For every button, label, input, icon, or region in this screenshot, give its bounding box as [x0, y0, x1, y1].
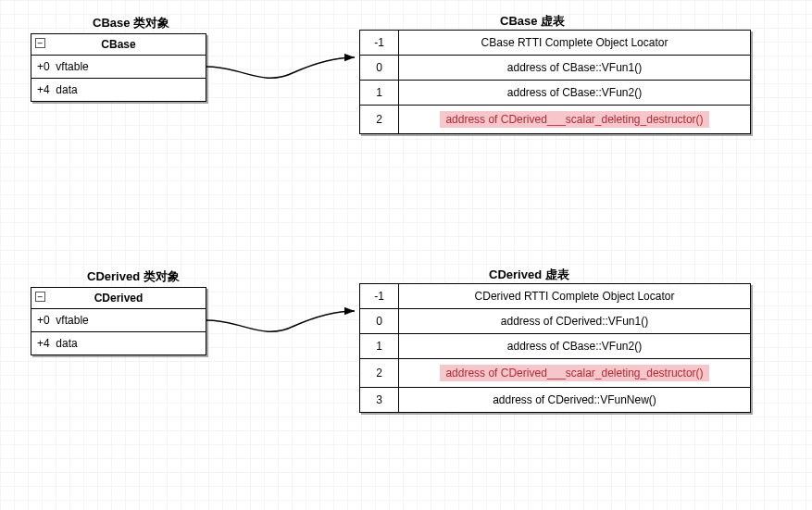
vtable-index: 2 [360, 106, 399, 134]
class-row: +4 data [31, 79, 206, 101]
vtable-index: -1 [360, 31, 399, 56]
collapse-icon: − [35, 38, 45, 48]
vtable-index: -1 [360, 284, 399, 309]
table-row: 1 address of CBase::VFun2() [360, 81, 751, 106]
cderived-class-name: CDerived [94, 292, 144, 305]
table-row: 3 address of CDerived::VFunNew() [360, 388, 751, 413]
table-row: -1 CDerived RTTI Complete Object Locator [360, 284, 751, 309]
highlight-text: address of CDerived___scalar_deleting_de… [440, 111, 708, 128]
row-offset: +0 [37, 314, 50, 327]
vtable-index: 3 [360, 388, 399, 413]
vtable-entry: address of CBase::VFun2() [399, 81, 751, 106]
table-row: 2 address of CDerived___scalar_deleting_… [360, 106, 751, 134]
vtable-index: 0 [360, 309, 399, 334]
vtable-entry: address of CDerived::VFunNew() [399, 388, 751, 413]
row-offset: +4 [37, 83, 50, 96]
vtable-entry: address of CBase::VFun2() [399, 334, 751, 359]
vtable-index: 2 [360, 359, 399, 388]
vtable-entry-highlight: address of CDerived___scalar_deleting_de… [399, 359, 751, 388]
cderived-object-title: CDerived 类对象 [87, 268, 180, 285]
row-offset: +4 [37, 337, 50, 350]
highlight-text: address of CDerived___scalar_deleting_de… [440, 365, 708, 381]
vtable-entry: CDerived RTTI Complete Object Locator [399, 284, 751, 309]
vtable-entry: address of CBase::VFun1() [399, 56, 751, 81]
cbase-vtable: -1 CBase RTTI Complete Object Locator 0 … [359, 30, 751, 134]
table-row: -1 CBase RTTI Complete Object Locator [360, 31, 751, 56]
cderived-vtable-title: CDerived 虚表 [489, 267, 569, 283]
cderived-vtable: -1 CDerived RTTI Complete Object Locator… [359, 283, 751, 413]
cderived-class-header: − CDerived [31, 288, 206, 309]
arrow-cderived [206, 309, 364, 346]
row-field: vftable [56, 60, 88, 73]
vtable-index: 1 [360, 81, 399, 106]
class-row: +4 data [31, 332, 206, 355]
row-field: vftable [56, 314, 88, 327]
table-row: 0 address of CBase::VFun1() [360, 56, 751, 81]
class-row: +0 vftable [31, 309, 206, 332]
table-row: 1 address of CBase::VFun2() [360, 334, 751, 359]
vtable-entry-highlight: address of CDerived___scalar_deleting_de… [399, 106, 751, 134]
cderived-class-box: − CDerived +0 vftable +4 data [31, 287, 206, 355]
cbase-class-header: − CBase [31, 34, 206, 56]
cbase-class-name: CBase [101, 38, 135, 51]
cbase-vtable-title: CBase 虚表 [500, 13, 565, 30]
vtable-index: 1 [360, 334, 399, 359]
cbase-object-title: CBase 类对象 [93, 15, 169, 31]
table-row: 0 address of CDerived::VFun1() [360, 309, 751, 334]
table-row: 2 address of CDerived___scalar_deleting_… [360, 359, 751, 388]
class-row: +0 vftable [31, 56, 206, 79]
row-offset: +0 [37, 60, 50, 73]
vtable-entry: address of CDerived::VFun1() [399, 309, 751, 334]
vtable-index: 0 [360, 56, 399, 81]
row-field: data [56, 337, 77, 350]
row-field: data [56, 83, 77, 96]
arrow-cbase [206, 56, 364, 93]
cbase-class-box: − CBase +0 vftable +4 data [31, 33, 206, 102]
vtable-entry: CBase RTTI Complete Object Locator [399, 31, 751, 56]
collapse-icon: − [35, 292, 45, 302]
